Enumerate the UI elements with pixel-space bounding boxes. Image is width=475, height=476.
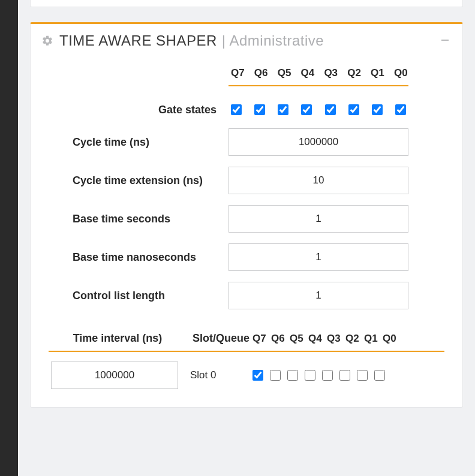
slot-0-label: Slot 0 (181, 369, 252, 381)
queue-header: Q5 (290, 333, 302, 345)
base-time-nsec-input[interactable] (229, 243, 408, 271)
queue-header: Q7 (231, 67, 243, 79)
queue-header: Q6 (254, 67, 266, 79)
slot-0-q3[interactable] (322, 370, 333, 381)
gate-state-q1[interactable] (372, 104, 383, 115)
gate-state-q2[interactable] (348, 104, 359, 115)
gate-states-label: Gate states (73, 102, 217, 118)
gate-state-q7[interactable] (231, 104, 242, 115)
prev-card-edge (30, 0, 463, 7)
queue-header: Q7 (252, 333, 264, 345)
queue-header: Q0 (394, 67, 406, 79)
slot-0-q6[interactable] (270, 370, 281, 381)
slot-0-q1[interactable] (357, 370, 368, 381)
sidebar (0, 0, 18, 476)
gear-icon (41, 35, 53, 47)
queue-header: Q5 (278, 67, 290, 79)
panel-title: TIME AWARE SHAPER | Administrative (41, 32, 324, 49)
slot-0-q0[interactable] (374, 370, 385, 381)
base-time-sec-label: Base time seconds (73, 211, 217, 227)
gate-states-row (229, 104, 408, 115)
control-list-length-label: Control list length (73, 288, 217, 303)
slot-queue-header: Slot/Queue (187, 332, 252, 345)
control-list-length-input[interactable] (229, 282, 408, 309)
queue-header: Q2 (345, 333, 357, 345)
cycle-time-label: Cycle time (ns) (73, 134, 217, 150)
cycle-time-input[interactable] (229, 128, 408, 156)
gate-state-q4[interactable] (301, 104, 312, 115)
cycle-time-ext-input[interactable] (229, 167, 408, 194)
panel-title-sep: | (222, 32, 226, 49)
gate-state-q5[interactable] (278, 104, 288, 115)
queue-header: Q1 (364, 333, 376, 345)
time-interval-header: Time interval (ns) (49, 332, 187, 345)
svg-rect-0 (441, 40, 449, 41)
slot-0-q4[interactable] (305, 370, 315, 381)
panel-title-main: TIME AWARE SHAPER (59, 32, 217, 49)
queue-header: Q2 (347, 67, 359, 79)
panel-title-sub: Administrative (230, 32, 324, 49)
queue-header: Q3 (327, 333, 339, 345)
queue-header: Q0 (383, 333, 395, 345)
queue-header: Q1 (371, 67, 383, 79)
queue-header: Q6 (271, 333, 283, 345)
slot-row-0: Slot 0 (49, 361, 444, 389)
slot-0-q7[interactable] (252, 370, 263, 381)
cycle-time-ext-label: Cycle time extension (ns) (73, 173, 217, 188)
queue-header: Q4 (301, 67, 313, 79)
collapse-button[interactable] (438, 34, 452, 47)
slot-0-q5[interactable] (287, 370, 298, 381)
queue-header: Q3 (324, 67, 336, 79)
gate-state-q0[interactable] (395, 104, 406, 115)
gate-state-q6[interactable] (254, 104, 265, 115)
base-time-sec-input[interactable] (229, 205, 408, 233)
time-aware-shaper-panel: TIME AWARE SHAPER | Administrative Q7 Q6… (30, 22, 463, 408)
slot-0-time-interval-input[interactable] (51, 361, 178, 389)
base-time-nsec-label: Base time nanoseconds (73, 249, 217, 265)
queue-header: Q4 (308, 333, 320, 345)
slot-0-q2[interactable] (339, 370, 350, 381)
slot-table-header: Time interval (ns) Slot/Queue Q7 Q6 Q5 Q… (49, 332, 444, 352)
queue-header-row: Q7 Q6 Q5 Q4 Q3 Q2 Q1 Q0 (229, 67, 408, 86)
gate-state-q3[interactable] (325, 104, 336, 115)
